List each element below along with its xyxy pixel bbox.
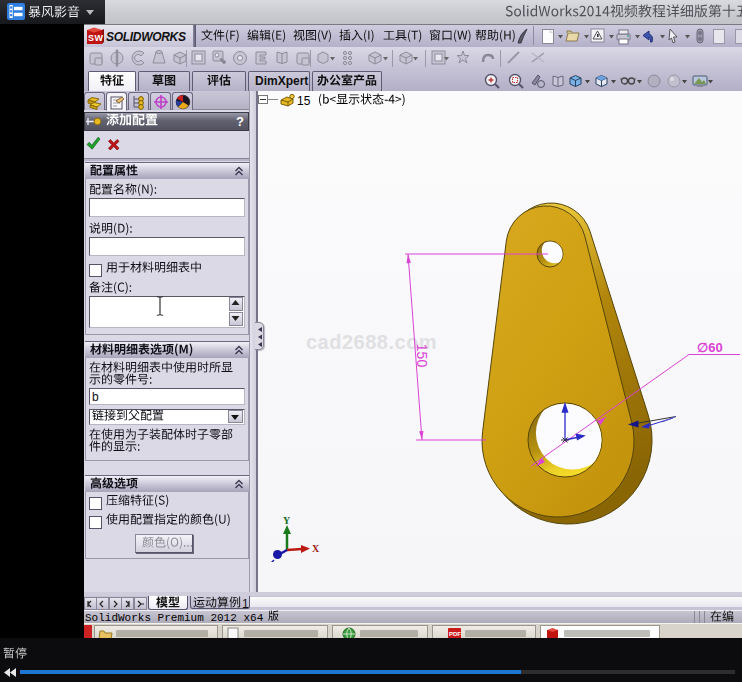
svg-text:∅60: ∅60 <box>697 340 723 355</box>
svg-text:S: S <box>88 33 94 43</box>
svg-text:Z: Z <box>271 561 276 562</box>
svg-text:X: X <box>312 543 320 554</box>
svg-text:Y: Y <box>283 515 291 526</box>
svg-text:W: W <box>95 33 104 43</box>
svg-text:150: 150 <box>414 344 430 368</box>
svg-text:PDF: PDF <box>449 631 461 637</box>
